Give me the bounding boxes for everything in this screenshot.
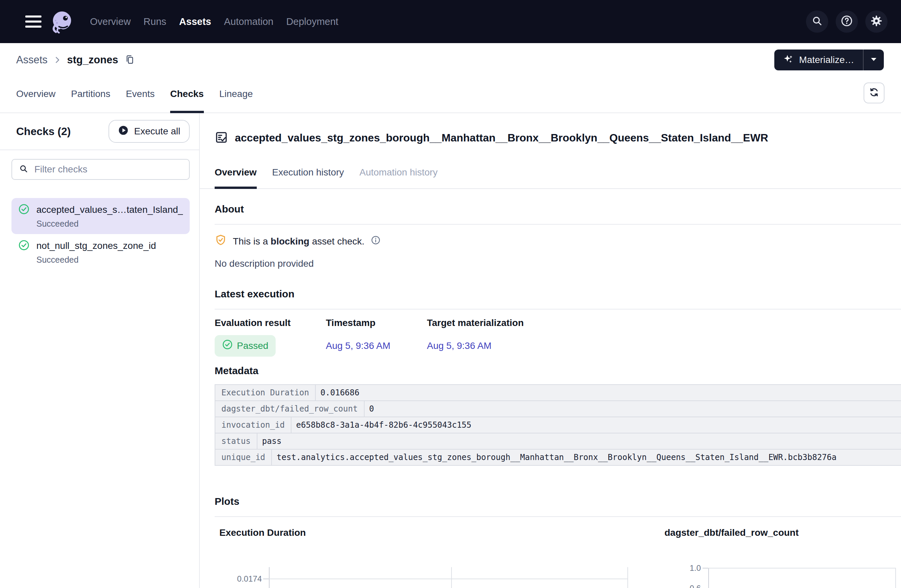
check-success-icon: [222, 339, 233, 352]
y-axis-tick: [263, 579, 269, 579]
table-row: dagster_dbt/failed_row_count 0: [215, 401, 901, 417]
top-nav: Overview Runs Assets Automation Deployme…: [0, 0, 901, 43]
play-circle-icon: [118, 125, 129, 138]
help-icon: [840, 14, 853, 29]
check-tab-execution-history[interactable]: Execution history: [272, 160, 344, 189]
check-success-icon: [18, 240, 30, 252]
list-item-accepted-values-check[interactable]: accepted_values_s…taten_Island_ Succeede…: [11, 198, 190, 234]
nav-item-deployment[interactable]: Deployment: [285, 14, 339, 29]
table-row: Execution Duration 0.016686: [215, 385, 901, 401]
metadata-key: unique_id: [215, 450, 272, 465]
filter-checks-input[interactable]: [34, 164, 182, 175]
tab-checks[interactable]: Checks: [170, 77, 204, 113]
column-header-target-materialization: Target materialization: [427, 317, 901, 328]
about-heading: About: [215, 203, 901, 215]
breadcrumb-bar: Assets stg_zones: [0, 43, 901, 77]
column-header-timestamp: Timestamp: [326, 317, 427, 328]
check-tab-overview[interactable]: Overview: [215, 160, 257, 189]
y-axis-line: [708, 568, 709, 588]
table-row: invocation_id e658b8c8-3a1a-4b4f-82b6-4c…: [215, 417, 901, 433]
gridline: [451, 567, 452, 588]
plots-heading: Plots: [215, 495, 901, 507]
check-item-label: accepted_values_s…taten_Island_: [36, 204, 183, 215]
search-button[interactable]: [806, 11, 828, 33]
nav-item-automation[interactable]: Automation: [223, 14, 274, 29]
execution-duration-chart: Execution Duration 0.0174: [215, 527, 652, 588]
hamburger-menu-icon[interactable]: [25, 16, 41, 28]
target-materialization-link[interactable]: Aug 5, 9:36 AM: [427, 341, 901, 351]
breadcrumb-assets-link[interactable]: Assets: [16, 54, 47, 66]
metadata-value: e658b8c8-3a1a-4b4f-82b6-4c955043c155: [292, 417, 901, 433]
tab-partitions[interactable]: Partitions: [71, 77, 111, 113]
status-badge-passed: Passed: [215, 335, 276, 357]
metadata-value: 0.016686: [316, 385, 901, 400]
chart-title: Execution Duration: [219, 527, 652, 538]
materialize-split-button: Materialize…: [774, 50, 884, 70]
refresh-button[interactable]: [864, 82, 884, 103]
sparkle-icon: [783, 54, 795, 66]
copy-asset-name-button[interactable]: [124, 54, 135, 66]
check-title-row: accepted_values_stg_zones_borough__Manha…: [215, 124, 901, 152]
chart-title: dagster_dbt/failed_row_count: [664, 527, 901, 538]
gridline: [708, 568, 895, 568]
blocking-text: This is a blocking asset check.: [233, 236, 365, 247]
check-detail-panel: accepted_values_stg_zones_borough__Manha…: [200, 113, 901, 588]
metadata-table: Execution Duration 0.016686 dagster_dbt/…: [215, 384, 901, 466]
tab-lineage[interactable]: Lineage: [219, 77, 253, 113]
gridline: [895, 568, 896, 588]
execute-all-label: Execute all: [134, 126, 180, 137]
check-tab-bar: Overview Execution history Automation hi…: [200, 160, 901, 189]
gridline: [627, 567, 628, 588]
execute-all-button[interactable]: Execute all: [109, 120, 190, 143]
table-row: unique_id test.analytics.accepted_values…: [215, 450, 901, 466]
gear-icon: [870, 14, 883, 29]
checks-sidebar: Checks (2) Execute all: [0, 113, 200, 588]
chart-plot-area: 1.0 0.6: [660, 567, 901, 588]
tab-events[interactable]: Events: [126, 77, 155, 113]
metadata-key: status: [215, 433, 257, 449]
shield-check-icon: [215, 234, 227, 249]
metadata-value: pass: [257, 433, 901, 449]
y-axis-tick: [703, 568, 708, 568]
plots-row: Execution Duration 0.0174 dagster_dbt/fa…: [215, 527, 901, 588]
list-item-not-null-check[interactable]: not_null_stg_zones_zone_id Succeeded: [11, 234, 190, 270]
chevron-right-icon: [53, 56, 62, 64]
info-icon[interactable]: [371, 235, 381, 247]
column-header-evaluation-result: Evaluation result: [215, 317, 326, 328]
nav-item-runs[interactable]: Runs: [143, 14, 167, 29]
chart-plot-area: 0.0174: [215, 567, 652, 588]
nav-item-overview[interactable]: Overview: [89, 14, 131, 29]
check-list: accepted_values_s…taten_Island_ Succeede…: [11, 198, 190, 270]
no-description-text: No description provided: [215, 258, 901, 269]
dagster-logo-icon[interactable]: [50, 9, 75, 34]
check-item-label: not_null_stg_zones_zone_id: [36, 240, 183, 251]
check-item-status: Succeeded: [36, 255, 183, 265]
y-axis-tick-label: 0.6: [660, 583, 701, 588]
metadata-value: 0: [365, 401, 901, 417]
metadata-value: test.analytics.accepted_values_stg_zones…: [272, 450, 901, 465]
latest-execution-grid: Evaluation result Timestamp Target mater…: [215, 317, 901, 357]
primary-nav: Overview Runs Assets Automation Deployme…: [89, 14, 339, 29]
materialize-button[interactable]: Materialize…: [774, 50, 863, 70]
copy-icon: [124, 54, 135, 66]
check-tab-automation-history: Automation history: [360, 160, 438, 189]
help-button[interactable]: [836, 11, 858, 33]
nav-item-assets[interactable]: Assets: [179, 14, 212, 29]
materialize-dropdown-button[interactable]: [864, 50, 884, 70]
checks-sidebar-body: accepted_values_s…taten_Island_ Succeede…: [0, 150, 199, 270]
content-area: Checks (2) Execute all: [0, 113, 901, 588]
page-title: stg_zones: [67, 54, 118, 66]
checks-sidebar-header: Checks (2) Execute all: [0, 113, 199, 150]
latest-execution-heading: Latest execution: [215, 288, 901, 300]
timestamp-link[interactable]: Aug 5, 9:36 AM: [326, 341, 427, 351]
table-row: status pass: [215, 433, 901, 450]
tab-overview[interactable]: Overview: [16, 77, 56, 113]
settings-button[interactable]: [865, 11, 887, 33]
checks-count-heading: Checks (2): [16, 125, 71, 138]
dagster-app: Overview Runs Assets Automation Deployme…: [0, 0, 901, 588]
refresh-icon: [868, 87, 880, 100]
check-success-icon: [18, 204, 30, 216]
passed-label: Passed: [237, 341, 268, 351]
y-axis-line: [269, 567, 270, 588]
metadata-key: dagster_dbt/failed_row_count: [215, 401, 365, 417]
